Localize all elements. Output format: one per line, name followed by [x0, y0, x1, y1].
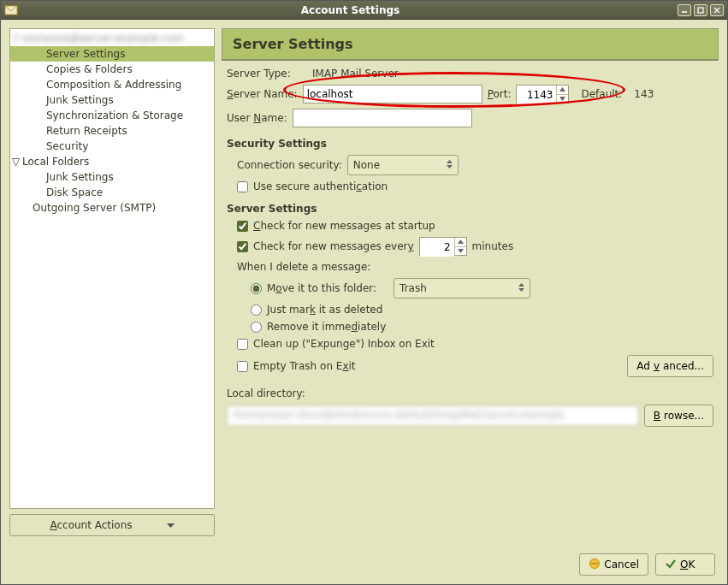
check-every-post-label: minutes: [472, 240, 514, 252]
ok-label: OK: [680, 558, 695, 570]
server-name-row: Server Name: Port: Default: 143: [227, 85, 713, 103]
conn-security-row: Connection security: None: [237, 155, 713, 175]
default-port-value: 143: [634, 88, 654, 100]
empty-trash-label: Empty Trash on Exit: [253, 360, 356, 372]
check-every-row[interactable]: Check for new messages every minutes: [237, 237, 713, 256]
check-every-checkbox[interactable]: [237, 241, 248, 252]
dialog-footer: Cancel OK: [1, 545, 727, 584]
advanced-button[interactable]: Advanced...: [627, 355, 713, 377]
trash-folder-select[interactable]: Trash: [394, 278, 530, 298]
tree-item-return-receipts[interactable]: Return Receipts: [10, 123, 214, 139]
check-startup-row[interactable]: Check for new messages at startup: [237, 220, 713, 232]
titlebar[interactable]: Account Settings: [1, 1, 727, 20]
secure-auth-label: Use secure authentication: [253, 180, 388, 192]
browse-button[interactable]: Browse...: [644, 405, 713, 427]
svg-rect-2: [698, 8, 703, 13]
tree-item-junk-settings[interactable]: Junk Settings: [10, 92, 214, 108]
chevron-down-icon: [167, 519, 175, 531]
security-section-title: Security Settings: [227, 138, 713, 150]
server-name-input[interactable]: [303, 85, 482, 103]
username-input[interactable]: [293, 109, 472, 127]
cancel-button[interactable]: Cancel: [579, 553, 648, 576]
empty-trash-row[interactable]: Empty Trash on Exit: [237, 360, 356, 372]
port-label: Port:: [488, 88, 512, 100]
mark-deleted-row[interactable]: Just mark it as deleted: [251, 304, 713, 316]
check-every-pre-label: Check for new messages every: [253, 240, 414, 252]
remove-imm-label: Remove it immediately: [267, 321, 386, 333]
cancel-label: Cancel: [604, 558, 639, 570]
local-dir-label: Local directory:: [227, 387, 713, 399]
chevron-updown-icon: [447, 159, 453, 171]
move-folder-label: Move it to this folder:: [267, 282, 376, 294]
server-type-label: Server Type:: [227, 68, 307, 80]
tree-item-copies-folders[interactable]: Copies & Folders: [10, 62, 214, 77]
chevron-down-icon: ▽: [12, 156, 21, 168]
move-folder-radio[interactable]: [251, 283, 262, 294]
check-startup-checkbox[interactable]: [237, 221, 248, 232]
secure-auth-checkbox-row[interactable]: Use secure authentication: [237, 180, 713, 192]
main-panel: Server Settings Server Type: IMAP Mail S…: [222, 28, 719, 536]
spin-down-icon[interactable]: [556, 95, 568, 103]
local-dir-input[interactable]: /home/user/.thunderbird/xxxxx.default/Im…: [227, 405, 639, 426]
username-row: User Name:: [227, 109, 713, 127]
cancel-icon: [589, 558, 601, 572]
close-button[interactable]: [710, 4, 724, 16]
window-title: Account Settings: [23, 4, 678, 16]
account-tree[interactable]: ▽someone@server.example.com Server Setti…: [9, 28, 215, 509]
titlebar-buttons: [678, 4, 724, 16]
username-label: User Name:: [227, 112, 287, 124]
secure-auth-checkbox[interactable]: [237, 181, 248, 192]
tree-item-composition[interactable]: Composition & Addressing: [10, 77, 214, 92]
tree-item-disk-space[interactable]: Disk Space: [10, 185, 214, 200]
sidebar: ▽someone@server.example.com Server Setti…: [9, 28, 215, 536]
minimize-button[interactable]: [678, 4, 691, 16]
tree-local-folders[interactable]: ▽Local Folders: [10, 154, 214, 169]
cleanup-row[interactable]: Clean up ("Expunge") Inbox on Exit: [237, 338, 713, 350]
chevron-down-icon: ▽: [12, 32, 21, 44]
empty-trash-checkbox[interactable]: [237, 361, 248, 372]
check-every-input[interactable]: [420, 238, 454, 257]
check-icon: [665, 558, 677, 572]
tree-outgoing-server[interactable]: Outgoing Server (SMTP): [10, 200, 214, 216]
spin-up-icon[interactable]: [454, 238, 466, 247]
remove-imm-row[interactable]: Remove it immediately: [251, 321, 713, 333]
account-actions-label: Account Actions: [50, 519, 132, 531]
move-folder-row[interactable]: Move it to this folder: Trash: [251, 278, 713, 298]
remove-imm-radio[interactable]: [251, 322, 262, 333]
server-type-row: Server Type: IMAP Mail Server: [227, 68, 713, 80]
mark-deleted-label: Just mark it as deleted: [267, 304, 382, 316]
tree-item-security[interactable]: Security: [10, 139, 214, 154]
conn-security-value: None: [353, 159, 380, 171]
maximize-button[interactable]: [694, 4, 707, 16]
mark-deleted-radio[interactable]: [251, 304, 262, 316]
port-input[interactable]: [517, 86, 556, 104]
trash-folder-value: Trash: [400, 282, 427, 294]
server-name-label: Server Name:: [227, 88, 298, 100]
conn-security-select[interactable]: None: [347, 155, 459, 175]
ok-button[interactable]: OK: [655, 553, 715, 576]
check-startup-label: Check for new messages at startup: [253, 220, 435, 232]
chevron-updown-icon: [518, 282, 524, 294]
account-actions-button[interactable]: Account Actions: [9, 514, 215, 536]
envelope-icon: [4, 3, 18, 17]
cleanup-label: Clean up ("Expunge") Inbox on Exit: [253, 338, 435, 350]
default-port-label: Default:: [581, 88, 622, 100]
tree-item-sync-storage[interactable]: Synchronization & Storage: [10, 108, 214, 123]
tree-item-server-settings[interactable]: Server Settings: [10, 46, 214, 62]
tree-item-local-junk[interactable]: Junk Settings: [10, 169, 214, 185]
conn-security-label: Connection security:: [237, 159, 342, 171]
spin-down-icon[interactable]: [454, 247, 466, 256]
cleanup-checkbox[interactable]: [237, 339, 248, 350]
panel-header: Server Settings: [222, 28, 719, 61]
tree-account-root[interactable]: ▽someone@server.example.com: [10, 31, 214, 46]
server-type-value: IMAP Mail Server: [312, 68, 399, 80]
check-every-spinner[interactable]: [419, 237, 467, 256]
delete-msg-label: When I delete a message:: [237, 261, 713, 273]
spin-up-icon[interactable]: [556, 86, 568, 95]
port-spinner[interactable]: [516, 85, 569, 103]
server-settings-section-title: Server Settings: [227, 203, 713, 215]
